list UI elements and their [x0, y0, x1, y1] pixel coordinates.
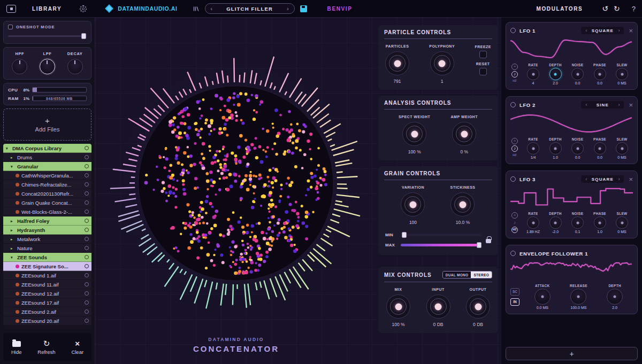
tree-file-row[interactable]: ZEE Signature So... — [3, 262, 91, 271]
mix-knob[interactable] — [386, 295, 410, 319]
tree-file-row[interactable]: ZEEsound 17.aif — [3, 298, 91, 307]
variation-knob[interactable] — [401, 192, 425, 216]
item-toggle-icon[interactable] — [85, 228, 89, 232]
grain-min-slider[interactable] — [401, 234, 482, 236]
channel-mode-toggle[interactable]: DUAL MONO STEREO — [442, 271, 492, 278]
waveform-bars-icon[interactable] — [193, 5, 200, 12]
rate-knob[interactable] — [527, 142, 539, 154]
item-toggle-icon[interactable] — [85, 264, 89, 268]
noise-knob[interactable] — [571, 216, 584, 229]
close-icon[interactable]: × — [629, 176, 633, 183]
stickiness-knob[interactable] — [450, 192, 475, 216]
tree-folder-row[interactable]: ▾DMA Corpus Library — [3, 144, 91, 153]
undo-icon[interactable]: ↺ — [602, 5, 608, 12]
tree-file-row[interactable]: CathWhisperGranula... — [3, 171, 91, 180]
sidechain-button[interactable]: SC — [510, 288, 519, 296]
hz-mode-icon[interactable]: HZ — [511, 227, 518, 233]
preset-next-icon[interactable]: › — [287, 6, 289, 12]
item-toggle-icon[interactable] — [85, 282, 89, 286]
hz-mode-icon[interactable]: HZ — [511, 78, 518, 84]
slew-knob[interactable] — [616, 216, 628, 229]
settings-gear-icon[interactable] — [80, 5, 87, 12]
preset-selector[interactable]: ‹ GLITCH FILLER › — [205, 3, 295, 14]
phase-knob[interactable] — [594, 68, 606, 80]
oneshot-checkbox[interactable] — [8, 25, 13, 29]
item-toggle-icon[interactable] — [85, 291, 89, 296]
tree-folder-row[interactable]: ▾Granular — [3, 162, 91, 171]
preset-prev-icon[interactable]: ‹ — [211, 6, 213, 12]
item-toggle-icon[interactable] — [85, 155, 89, 159]
phase-knob[interactable] — [594, 216, 606, 229]
waveform-selector[interactable]: ‹ SINE › — [581, 101, 624, 109]
close-icon[interactable]: × — [629, 27, 633, 34]
app-menu-icon[interactable] — [6, 5, 16, 13]
tree-file-row[interactable]: Wet-Blocks-Glass-2-... — [3, 207, 91, 216]
attack-knob[interactable] — [534, 289, 551, 305]
lock-icon[interactable] — [486, 239, 491, 243]
save-icon[interactable] — [300, 5, 307, 12]
hide-button[interactable]: Hide — [11, 339, 22, 355]
particle-visualizer[interactable]: DATAMIND AUDIO CONCATENATOR — [95, 18, 377, 364]
slew-knob[interactable] — [616, 142, 628, 154]
item-toggle-icon[interactable] — [85, 273, 89, 277]
wave-prev-icon[interactable]: ‹ — [585, 28, 587, 33]
lpf-knob[interactable] — [40, 59, 55, 74]
item-toggle-icon[interactable] — [85, 255, 89, 259]
item-toggle-icon[interactable] — [85, 319, 89, 323]
grain-max-slider[interactable] — [401, 244, 482, 246]
waveform-selector[interactable]: ‹ SQUARE › — [581, 175, 624, 183]
depth-knob[interactable] — [549, 142, 562, 154]
wave-prev-icon[interactable]: ‹ — [585, 177, 587, 182]
spect-weight-knob[interactable] — [402, 122, 426, 146]
input-knob[interactable] — [426, 295, 450, 319]
oneshot-slider[interactable] — [8, 33, 87, 39]
hpf-knob[interactable] — [12, 59, 27, 74]
tree-folder-row[interactable]: ▸Nature — [3, 244, 91, 253]
item-toggle-icon[interactable] — [85, 146, 89, 150]
item-toggle-icon[interactable] — [85, 173, 89, 177]
bipolar-icon[interactable]: + — [511, 212, 518, 219]
tree-file-row[interactable]: ZEEsound 20.aif — [3, 316, 91, 326]
phase-knob[interactable] — [594, 142, 606, 154]
decay-knob[interactable] — [67, 59, 83, 74]
slew-knob[interactable] — [616, 68, 628, 80]
add-files-button[interactable]: + Add Files — [3, 109, 91, 141]
tempo-sync-icon[interactable]: ♪ — [511, 71, 518, 78]
dual-mono-option[interactable]: DUAL MONO — [443, 272, 471, 278]
depth-knob[interactable] — [549, 68, 562, 80]
lfo-power-icon[interactable] — [510, 102, 516, 107]
particle-field[interactable] — [95, 18, 377, 364]
grain-max-handle[interactable] — [477, 242, 482, 248]
tree-folder-row[interactable]: ▸Metalwork — [3, 235, 91, 244]
tree-folder-row[interactable]: ▸Halfred Foley — [3, 216, 91, 226]
bipolar-icon[interactable]: + — [511, 138, 518, 144]
tree-file-row[interactable]: ZEEsound 11.aif — [3, 280, 91, 289]
tempo-sync-icon[interactable]: ♪ — [511, 145, 518, 152]
depth-knob[interactable] — [549, 216, 562, 229]
close-icon[interactable]: × — [629, 102, 633, 109]
wave-next-icon[interactable]: › — [618, 103, 620, 107]
item-toggle-icon[interactable] — [85, 182, 89, 187]
item-toggle-icon[interactable] — [85, 164, 89, 168]
oneshot-slider-handle[interactable] — [81, 33, 86, 39]
tree-file-row[interactable]: Grain Quake Concat... — [3, 198, 91, 207]
release-knob[interactable] — [570, 289, 586, 305]
tree-file-row[interactable]: ZEEsound 12.aif — [3, 289, 91, 298]
tree-file-row[interactable]: Concat20201130Refr... — [3, 189, 91, 198]
stereo-option[interactable]: STEREO — [471, 272, 492, 278]
lfo-power-icon[interactable] — [510, 176, 516, 182]
item-toggle-icon[interactable] — [85, 309, 89, 314]
wave-prev-icon[interactable]: ‹ — [585, 103, 587, 107]
user-name[interactable]: BENVIP — [327, 6, 353, 12]
wave-next-icon[interactable]: › — [618, 28, 620, 33]
hz-mode-icon[interactable]: HZ — [511, 152, 518, 159]
clear-button[interactable]: × Clear — [71, 339, 83, 355]
refresh-button[interactable]: ↻ Refresh — [37, 339, 55, 355]
item-toggle-icon[interactable] — [85, 210, 89, 214]
env-power-icon[interactable] — [510, 251, 516, 256]
lfo-power-icon[interactable] — [510, 28, 516, 33]
item-toggle-icon[interactable] — [85, 219, 89, 223]
tree-file-row[interactable]: Chimes-Refractalize... — [3, 180, 91, 189]
output-knob[interactable] — [466, 295, 490, 319]
tree-file-row[interactable]: ZEEsound 2.aif — [3, 307, 91, 316]
